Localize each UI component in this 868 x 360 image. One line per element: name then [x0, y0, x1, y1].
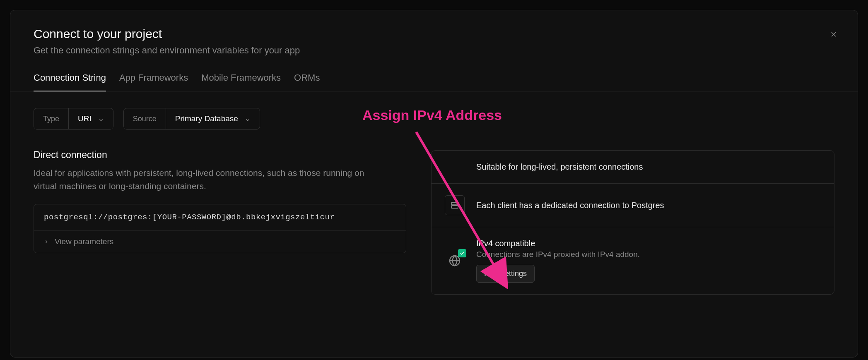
chevron-down-icon	[98, 116, 104, 122]
globe-icon	[445, 251, 465, 271]
info-card: Suitable for long-lived, persistent conn…	[431, 150, 834, 295]
modal-title: Connect to your project	[34, 27, 834, 41]
svg-rect-3	[451, 206, 458, 208]
connect-modal: Connect to your project Get the connecti…	[10, 10, 858, 358]
tab-connection-string[interactable]: Connection String	[34, 72, 106, 91]
selector-row: Type URI Source Primary Database	[34, 108, 406, 130]
info-row-dedicated: Each client has a dedicated connection t…	[432, 184, 834, 227]
modal-subtitle: Get the connection strings and environme…	[34, 45, 834, 56]
info-row-ipv4: IPv4 compatible Connections are IPv4 pro…	[432, 227, 834, 294]
connection-string-box: postgresql://postgres:[YOUR-PASSWORD]@db…	[34, 204, 406, 253]
source-label: Source	[124, 108, 166, 129]
close-icon	[829, 30, 838, 38]
tabs-bar: Connection String App Frameworks Mobile …	[10, 56, 858, 91]
info-text: Suitable for long-lived, persistent conn…	[476, 162, 821, 172]
tab-app-frameworks[interactable]: App Frameworks	[119, 72, 188, 91]
connection-string-value[interactable]: postgresql://postgres:[YOUR-PASSWORD]@db…	[34, 204, 406, 230]
left-column: Type URI Source Primary Database	[34, 108, 406, 295]
close-button[interactable]	[828, 29, 839, 40]
info-text: Each client has a dedicated connection t…	[476, 201, 821, 210]
view-parameters-label: View parameters	[55, 237, 113, 246]
ipv4-title: IPv4 compatible	[476, 239, 821, 248]
type-selector: Type URI	[34, 108, 113, 130]
tab-mobile-frameworks[interactable]: Mobile Frameworks	[201, 72, 281, 91]
chevron-down-icon	[245, 116, 251, 122]
ipv4-subtitle: Connections are IPv4 proxied with IPv4 a…	[476, 250, 821, 259]
content-area: Type URI Source Primary Database	[10, 91, 858, 311]
direct-connection-title: Direct connection	[34, 149, 406, 161]
modal-header: Connect to your project Get the connecti…	[10, 10, 858, 56]
check-badge-icon	[458, 249, 466, 257]
database-icon	[445, 195, 465, 215]
chevron-right-icon	[44, 239, 49, 244]
right-column: Suitable for long-lived, persistent conn…	[431, 108, 834, 295]
direct-connection-desc: Ideal for applications with persistent, …	[34, 166, 373, 192]
ipv4-settings-button[interactable]: IPv4 settings	[476, 265, 535, 283]
info-row-persistent: Suitable for long-lived, persistent conn…	[432, 151, 834, 184]
type-label: Type	[34, 108, 69, 129]
source-dropdown[interactable]: Primary Database	[166, 108, 260, 129]
view-parameters-toggle[interactable]: View parameters	[34, 230, 406, 253]
type-dropdown[interactable]: URI	[69, 108, 113, 129]
svg-rect-2	[451, 202, 458, 205]
source-selector: Source Primary Database	[123, 108, 260, 130]
tab-orms[interactable]: ORMs	[294, 72, 320, 91]
source-value: Primary Database	[175, 114, 238, 123]
type-value: URI	[78, 114, 92, 123]
